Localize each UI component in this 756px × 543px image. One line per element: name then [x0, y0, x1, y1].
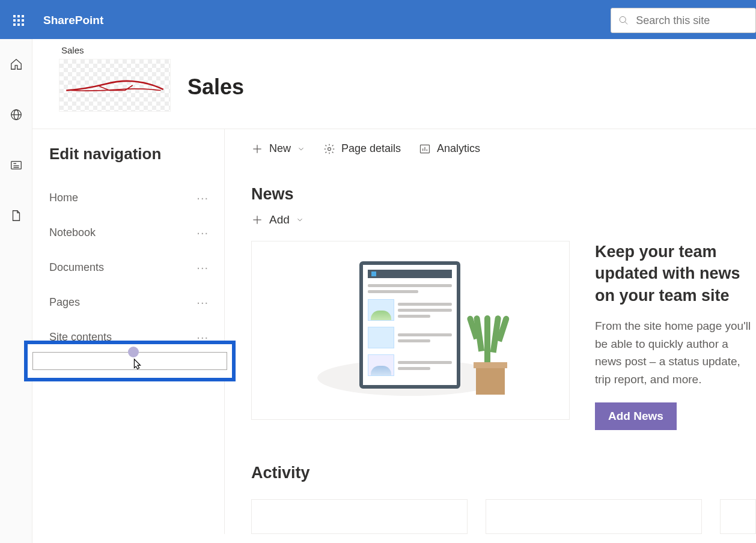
site-logo[interactable]	[59, 59, 171, 112]
suite-header: SharePoint	[0, 2, 756, 39]
page-details-button[interactable]: Page details	[323, 142, 401, 155]
chevron-down-icon	[297, 145, 305, 153]
nav-item-documents[interactable]: Documents···	[49, 250, 212, 285]
activity-card[interactable]	[720, 499, 756, 534]
app-name[interactable]: SharePoint	[43, 14, 103, 27]
car-logo-icon	[64, 73, 166, 97]
svg-point-9	[620, 17, 626, 23]
news-promo-body: From the site home page you'll be able t…	[595, 317, 756, 388]
add-news-dropdown[interactable]: Add	[251, 213, 756, 226]
gear-icon	[323, 143, 335, 155]
nav-label: Documents	[49, 261, 104, 274]
pointer-cursor-icon	[130, 358, 144, 374]
left-rail	[0, 39, 32, 543]
analytics-icon	[419, 143, 431, 155]
news-illustration	[311, 261, 510, 399]
svg-rect-5	[22, 19, 24, 22]
activity-card[interactable]	[486, 499, 702, 534]
news-illustration-tile	[251, 241, 570, 420]
svg-rect-7	[17, 23, 20, 26]
rail-news[interactable]	[4, 153, 28, 177]
svg-rect-2	[22, 15, 24, 17]
news-section-title: News	[251, 185, 756, 204]
news-promo-heading: Keep your team updated with news on your…	[595, 241, 756, 306]
home-icon	[10, 58, 23, 71]
edit-navigation-panel: Edit navigation Home··· Notebook··· Docu…	[32, 129, 225, 534]
main-content: New Page details Analytics News Ad	[225, 129, 756, 534]
nav-item-notebook[interactable]: Notebook···	[49, 215, 212, 250]
add-nav-item-input[interactable]	[32, 352, 227, 370]
chevron-down-icon	[296, 216, 304, 224]
activity-section-title: Activity	[251, 464, 756, 482]
nav-item-home[interactable]: Home···	[49, 180, 212, 215]
analytics-label: Analytics	[437, 142, 480, 155]
nav-label: Home	[49, 192, 78, 204]
svg-rect-1	[17, 15, 20, 17]
command-bar: New Page details Analytics	[251, 142, 756, 155]
search-icon	[618, 14, 629, 26]
add-icon[interactable]	[128, 347, 139, 357]
file-icon	[10, 209, 23, 222]
breadcrumb[interactable]: Sales	[61, 45, 171, 55]
rail-file[interactable]	[4, 204, 28, 228]
add-news-button[interactable]: Add News	[595, 402, 677, 430]
svg-point-20	[328, 147, 331, 150]
svg-rect-3	[13, 19, 16, 22]
analytics-button[interactable]: Analytics	[419, 142, 480, 155]
more-icon[interactable]: ···	[197, 296, 209, 309]
site-title: Sales	[187, 74, 244, 100]
svg-rect-14	[11, 162, 21, 169]
site-header: Sales Sales	[32, 39, 756, 129]
page-details-label: Page details	[341, 142, 401, 155]
news-icon	[10, 159, 23, 172]
app-launcher-button[interactable]	[0, 14, 37, 26]
nav-item-pages[interactable]: Pages···	[49, 285, 212, 320]
more-icon[interactable]: ···	[197, 261, 209, 275]
more-icon[interactable]: ···	[197, 226, 209, 240]
plus-icon	[251, 143, 263, 155]
nav-label: Pages	[49, 296, 80, 309]
activity-card[interactable]	[251, 499, 468, 534]
activity-cards	[251, 499, 756, 534]
svg-rect-0	[13, 15, 16, 17]
rail-globe[interactable]	[4, 103, 28, 127]
rail-home[interactable]	[4, 52, 28, 76]
search-input[interactable]	[636, 14, 748, 27]
new-label: New	[269, 142, 291, 155]
new-button[interactable]: New	[251, 142, 305, 155]
svg-rect-8	[22, 23, 24, 26]
edit-nav-heading: Edit navigation	[49, 145, 212, 163]
svg-line-10	[625, 22, 627, 24]
nav-label: Notebook	[49, 226, 96, 239]
add-nav-item-highlight	[24, 341, 236, 381]
svg-rect-4	[17, 19, 20, 22]
svg-rect-6	[13, 23, 16, 26]
search-box[interactable]	[611, 8, 756, 33]
waffle-icon	[13, 14, 25, 26]
globe-icon	[10, 108, 23, 121]
more-icon[interactable]: ···	[197, 191, 209, 205]
add-label: Add	[269, 213, 290, 226]
plus-icon	[251, 214, 263, 226]
